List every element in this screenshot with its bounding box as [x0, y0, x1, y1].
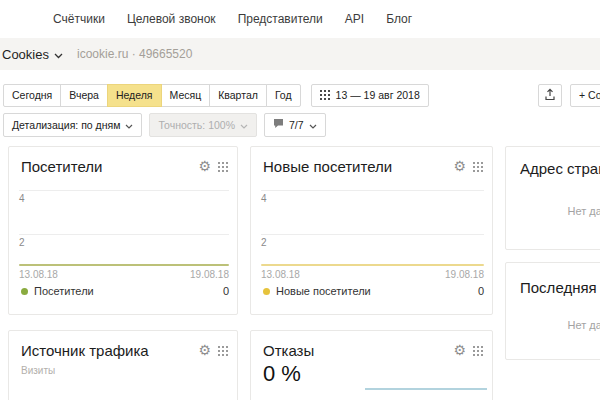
- widget-bounces: Отказы ⚙ 0 %: [250, 330, 493, 400]
- detalization-dropdown[interactable]: Детализация: по дням: [3, 113, 142, 137]
- empty-state-text: Нет данных: [506, 205, 600, 217]
- detalization-label: Детализация: по дням: [12, 119, 120, 132]
- x-axis-end: 19.08.18: [445, 269, 484, 280]
- counter-selector[interactable]: Cookies: [2, 47, 63, 62]
- legend-value: 0: [478, 285, 484, 297]
- widget-title: Источник трафика: [21, 342, 149, 359]
- nav-target-call[interactable]: Целевой звонок: [127, 12, 216, 26]
- widget-drag-handle-icon[interactable]: [218, 160, 229, 173]
- chart-line-new-visitors: [261, 264, 484, 266]
- export-button[interactable]: [538, 84, 562, 107]
- y-axis-tick: 2: [19, 237, 25, 248]
- widget-page-url: Адрес страницы Нет данных: [505, 146, 600, 250]
- widget-settings-gear-icon[interactable]: ⚙: [198, 159, 211, 173]
- date-range-button[interactable]: 13 — 19 авг 2018: [311, 84, 429, 107]
- y-axis-tick: 4: [19, 193, 25, 204]
- widget-last-search-phrase: Последняя поисковая фраза Нет данных: [505, 262, 600, 360]
- chevron-down-icon: [54, 47, 63, 62]
- chevron-down-icon: [240, 119, 248, 132]
- widget-drag-handle-icon[interactable]: [473, 160, 484, 173]
- counter-bar: Cookies icookie.ru · 49665520: [0, 38, 600, 70]
- legend-label: Новые посетители: [276, 285, 371, 297]
- nav-blog[interactable]: Блог: [386, 12, 412, 26]
- chart-gridline: [19, 234, 229, 235]
- legend-dot-icon: [21, 288, 28, 295]
- widget-settings-gear-icon[interactable]: ⚙: [453, 159, 466, 173]
- chevron-down-icon: [125, 119, 133, 132]
- counter-selector-label: Cookies: [2, 47, 49, 62]
- x-axis-labels: 13.08.18 19.08.18: [261, 269, 484, 280]
- legend-label: Посетители: [34, 285, 94, 297]
- y-axis-tick: 2: [261, 237, 267, 248]
- date-range-label: 13 — 19 авг 2018: [336, 89, 420, 102]
- chart-gridline: [261, 190, 484, 191]
- widget-new-visitors: Новые посетители ⚙ 4 2 13.08.18 19.08.18…: [250, 146, 493, 315]
- legend-item-visitors[interactable]: Посетители 0: [21, 285, 229, 297]
- period-yesterday-button[interactable]: Вчера: [60, 84, 108, 107]
- legend-dot-icon: [263, 288, 270, 295]
- period-toolbar: Сегодня Вчера Неделя Месяц Квартал Год 1…: [3, 84, 429, 107]
- widget-title: Отказы: [263, 342, 314, 359]
- calendar-grid-icon: [320, 90, 331, 101]
- period-quarter-button[interactable]: Квартал: [209, 84, 267, 107]
- comment-bubble-icon: [273, 118, 284, 132]
- chevron-down-icon: [309, 119, 317, 132]
- x-axis-labels: 13.08.18 19.08.18: [19, 269, 229, 280]
- period-today-button[interactable]: Сегодня: [3, 84, 61, 107]
- bounce-rate-value: 0 %: [263, 361, 301, 387]
- legend-item-new-visitors[interactable]: Новые посетители 0: [263, 285, 484, 297]
- widget-title: Новые посетители: [263, 158, 392, 175]
- widget-title: Посетители: [21, 158, 102, 175]
- export-icon: [544, 88, 556, 104]
- period-segmented-control: Сегодня Вчера Неделя Месяц Квартал Год: [3, 84, 301, 107]
- comments-count-label: 7/7: [289, 119, 304, 132]
- widget-subtitle: Визиты: [21, 365, 55, 376]
- settings-toolbar: Детализация: по дням Точность: 100% 7/7: [3, 113, 326, 137]
- chart-gridline: [19, 190, 229, 191]
- accuracy-dropdown[interactable]: Точность: 100%: [149, 113, 257, 137]
- top-navigation: Счётчики Целевой звонок Представители AP…: [0, 0, 600, 38]
- widget-drag-handle-icon[interactable]: [218, 344, 229, 357]
- period-month-button[interactable]: Месяц: [161, 84, 211, 107]
- accuracy-label: Точность: 100%: [158, 119, 235, 132]
- comments-dropdown[interactable]: 7/7: [264, 113, 326, 137]
- nav-api[interactable]: API: [345, 12, 364, 26]
- nav-counters[interactable]: Счётчики: [53, 12, 105, 26]
- create-widget-button[interactable]: + Создать виджет: [570, 84, 600, 107]
- nav-representatives[interactable]: Представители: [238, 12, 323, 26]
- widget-title: Адрес страницы: [520, 160, 600, 177]
- widget-drag-handle-icon[interactable]: [473, 344, 484, 357]
- widget-settings-gear-icon[interactable]: ⚙: [453, 343, 466, 357]
- chart-line-visitors: [19, 264, 229, 266]
- bounces-sparkline: [365, 388, 487, 390]
- chart-gridline: [261, 234, 484, 235]
- period-week-button[interactable]: Неделя: [107, 84, 162, 107]
- counter-meta: icookie.ru · 49665520: [77, 47, 192, 61]
- widget-settings-gear-icon[interactable]: ⚙: [198, 343, 211, 357]
- x-axis-start: 13.08.18: [261, 269, 300, 280]
- legend-value: 0: [223, 285, 229, 297]
- x-axis-end: 19.08.18: [190, 269, 229, 280]
- y-axis-tick: 4: [261, 193, 267, 204]
- widget-traffic-source: Источник трафика ⚙ Визиты: [8, 330, 238, 400]
- empty-state-text: Нет данных: [506, 319, 600, 331]
- x-axis-start: 13.08.18: [19, 269, 58, 280]
- widget-visitors: Посетители ⚙ 4 2 13.08.18 19.08.18 Посет…: [8, 146, 238, 315]
- widget-title: Последняя поисковая фраза: [520, 279, 600, 296]
- period-year-button[interactable]: Год: [266, 84, 301, 107]
